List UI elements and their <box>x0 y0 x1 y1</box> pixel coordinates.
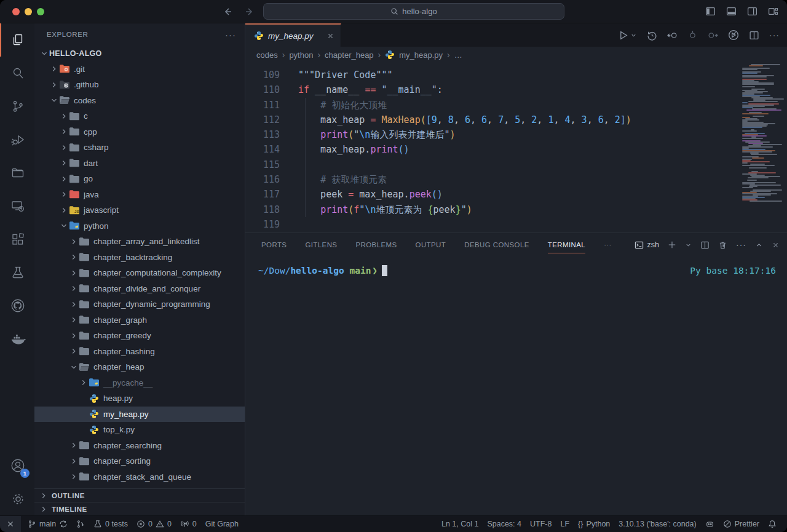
language-status[interactable]: {} Python <box>574 520 614 528</box>
ports-status[interactable]: 0 <box>176 516 201 532</box>
panel-tab-terminal[interactable]: TERMINAL <box>548 233 585 256</box>
extensions-activity-icon[interactable] <box>0 223 34 256</box>
tree-item-chapter-computational-complexity[interactable]: chapter_computational_complexity <box>34 265 245 281</box>
docker-activity-icon[interactable] <box>0 322 34 355</box>
next-change-icon[interactable] <box>708 30 718 41</box>
tab-my-heap-py[interactable]: my_heap.py <box>245 23 341 47</box>
eol-status[interactable]: LF <box>556 520 574 528</box>
testing-activity-icon[interactable] <box>0 256 34 289</box>
gitlens-graph-icon[interactable] <box>728 30 739 41</box>
breadcrumb-item[interactable]: chapter_heap <box>325 50 374 60</box>
tree-item--pycache-[interactable]: __pycache__ <box>34 375 245 391</box>
panel-tab-gitlens[interactable]: GITLENS <box>305 233 337 256</box>
customize-layout-icon[interactable] <box>768 6 778 17</box>
history-back-icon[interactable] <box>223 7 232 17</box>
tree-item-c[interactable]: c <box>34 108 245 124</box>
search-activity-icon[interactable] <box>0 57 34 90</box>
indentation-status[interactable]: Spaces: 4 <box>483 520 526 528</box>
timeline-section[interactable]: TIMELINE <box>34 502 245 515</box>
file-manager-activity-icon[interactable] <box>0 156 34 189</box>
run-python-file-icon[interactable] <box>618 30 628 41</box>
panel-tab-debug-console[interactable]: DEBUG CONSOLE <box>464 233 529 256</box>
remote-indicator[interactable] <box>0 516 21 532</box>
explorer-activity-icon[interactable] <box>0 23 34 57</box>
minimap[interactable] <box>742 63 786 205</box>
split-editor-icon[interactable] <box>749 30 759 41</box>
breadcrumb-item[interactable]: … <box>454 50 462 60</box>
tree-item-go[interactable]: go <box>34 171 245 187</box>
panel-tab-output[interactable]: OUTPUT <box>416 233 446 256</box>
terminal-output[interactable]: ~/Dow/hello-algo main❯ Py base 18:17:16 <box>245 256 787 515</box>
tree-item-chapter-searching[interactable]: chapter_searching <box>34 438 245 454</box>
tree-item-cpp[interactable]: cpp <box>34 124 245 140</box>
tree-item-dart[interactable]: dart <box>34 156 245 172</box>
panel-tabs-overflow[interactable]: ··· <box>604 233 612 256</box>
github-activity-icon[interactable] <box>0 289 34 322</box>
maximize-panel-icon[interactable] <box>755 241 763 249</box>
problems-status[interactable]: 0 0 <box>132 516 176 532</box>
maximize-window-button[interactable] <box>37 8 44 15</box>
terminal-instance[interactable]: zsh <box>635 240 659 250</box>
close-tab-icon[interactable] <box>326 32 334 40</box>
python-interpreter-status[interactable]: 3.10.13 ('base': conda) <box>614 520 700 528</box>
tests-status[interactable]: 0 tests <box>89 516 132 532</box>
tree-item--git[interactable]: .git <box>34 62 245 77</box>
new-terminal-icon[interactable] <box>668 240 676 249</box>
tree-item-chapter-backtracking[interactable]: chapter_backtracking <box>34 250 245 266</box>
tree-item-my-heap-py[interactable]: my_heap.py <box>34 407 245 423</box>
panel-tab-ports[interactable]: PORTS <box>261 233 287 256</box>
tree-item-chapter-array-and-linkedlist[interactable]: chapter_array_and_linkedlist <box>34 234 245 250</box>
tree-item-codes[interactable]: codes <box>34 93 245 109</box>
prettier-status[interactable]: Prettier <box>719 520 764 528</box>
kill-terminal-icon[interactable] <box>718 240 727 250</box>
remote-explorer-activity-icon[interactable] <box>0 189 34 223</box>
command-center-search[interactable]: hello-algo <box>263 3 564 20</box>
panel-more-actions[interactable]: ··· <box>736 240 746 250</box>
tree-item-heap-py[interactable]: heap.py <box>34 391 245 407</box>
code-editor[interactable]: 109"""Driver Code"""110if __name__ == "_… <box>245 63 787 232</box>
tree-item-chapter-stack-and-queue[interactable]: chapter_stack_and_queue <box>34 469 245 485</box>
source-control-activity-icon[interactable] <box>0 90 34 123</box>
tree-item-chapter-divide-and-conquer[interactable]: chapter_divide_and_conquer <box>34 281 245 297</box>
close-panel-icon[interactable] <box>772 241 780 249</box>
tree-item-chapter-sorting[interactable]: chapter_sorting <box>34 453 245 469</box>
outline-section[interactable]: OUTLINE <box>34 488 245 502</box>
panel-tab-problems[interactable]: PROBLEMS <box>355 233 397 256</box>
breadcrumb[interactable]: codes›python›chapter_heap›my_heap.py›… <box>245 47 787 63</box>
previous-change-icon[interactable] <box>687 30 698 41</box>
open-changes-icon[interactable] <box>667 30 678 41</box>
tree-item-chapter-greedy[interactable]: chapter_greedy <box>34 328 245 344</box>
branch-status[interactable]: main <box>23 516 72 532</box>
encoding-status[interactable]: UTF-8 <box>526 520 556 528</box>
editor-more-actions[interactable]: ··· <box>769 30 780 40</box>
tree-item-chapter-dynamic-programming[interactable]: chapter_dynamic_programming <box>34 296 245 312</box>
gitlens-compare-status[interactable] <box>72 516 89 532</box>
breadcrumb-item[interactable]: python <box>289 50 313 60</box>
minimize-window-button[interactable] <box>25 8 32 15</box>
copilot-icon[interactable] <box>701 520 719 528</box>
breadcrumb-item[interactable]: my_heap.py <box>399 50 443 60</box>
explorer-more-actions[interactable]: ··· <box>225 30 236 40</box>
tree-item--github[interactable]: .github <box>34 77 245 93</box>
close-window-button[interactable] <box>12 8 20 15</box>
settings-gear-icon[interactable] <box>0 482 34 515</box>
toggle-panel-icon[interactable] <box>726 6 737 17</box>
tree-item-chapter-heap[interactable]: chapter_heap <box>34 359 245 375</box>
toggle-sidebar-icon[interactable] <box>705 6 716 17</box>
terminal-dropdown-icon[interactable] <box>685 242 692 248</box>
cursor-position-status[interactable]: Ln 1, Col 1 <box>437 520 483 528</box>
history-forward-icon[interactable] <box>245 7 255 17</box>
breadcrumb-item[interactable]: codes <box>256 50 278 60</box>
run-debug-activity-icon[interactable] <box>0 123 34 156</box>
file-history-icon[interactable] <box>647 30 657 41</box>
tree-item-csharp[interactable]: csharp <box>34 140 245 156</box>
tree-item-chapter-hashing[interactable]: chapter_hashing <box>34 344 245 360</box>
tree-item-top-k-py[interactable]: top_k.py <box>34 422 245 438</box>
tree-item-hello-algo[interactable]: HELLO-ALGO <box>34 46 245 62</box>
notifications-bell-icon[interactable] <box>764 520 781 528</box>
tree-item-java[interactable]: java <box>34 187 245 203</box>
toggle-secondary-sidebar-icon[interactable] <box>747 6 757 17</box>
git-graph-status[interactable]: Git Graph <box>201 516 243 532</box>
split-terminal-icon[interactable] <box>700 240 710 250</box>
run-dropdown-icon[interactable] <box>630 32 637 39</box>
